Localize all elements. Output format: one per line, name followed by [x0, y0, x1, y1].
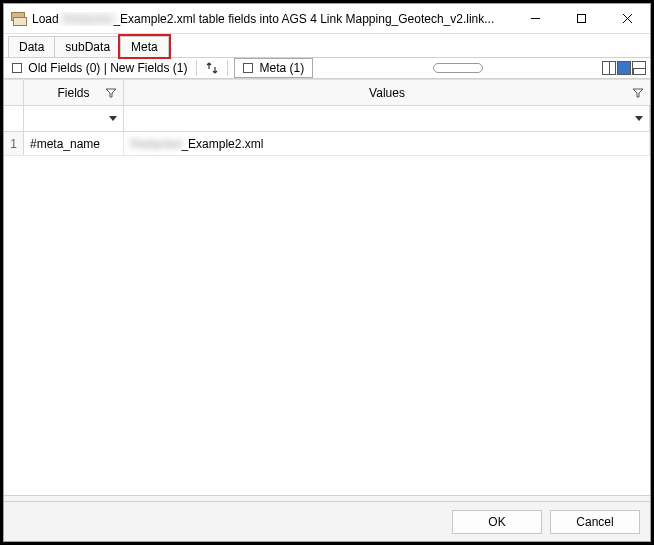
row-header-blank: [4, 106, 24, 131]
close-button[interactable]: [604, 4, 650, 33]
grid-header-row: Fields Values: [4, 80, 650, 106]
filter-icon[interactable]: [632, 87, 644, 99]
maximize-icon: [576, 13, 587, 24]
swap-icon: [205, 61, 219, 75]
layout-split-v-button[interactable]: [632, 61, 646, 75]
column-header-fields[interactable]: Fields: [24, 80, 124, 105]
tab-subdata[interactable]: subData: [54, 36, 121, 57]
column-header-values[interactable]: Values: [124, 80, 650, 105]
toolbar: Old Fields (0) | New Fields (1) Meta (1): [4, 57, 650, 79]
main-tabs: Data subData Meta: [4, 34, 650, 57]
sub-tab-meta-label: Meta (1): [260, 61, 305, 75]
close-icon: [622, 13, 633, 24]
toolbar-divider: [196, 60, 197, 76]
title-prefix: Load: [32, 12, 62, 26]
old-fields-label: Old Fields (0): [28, 61, 100, 75]
toolbar-divider-2: [227, 60, 228, 76]
row-header-corner: [4, 80, 24, 105]
swap-button[interactable]: [199, 61, 225, 75]
layout-toggles: [602, 61, 648, 75]
grid-body: 1 #meta_name Redacted_Example2.xml: [4, 132, 650, 495]
sub-tab-meta[interactable]: Meta (1): [234, 58, 314, 78]
dropdown-icon: [635, 116, 643, 121]
column-header-fields-label: Fields: [57, 86, 89, 100]
title-suffix: _Example2.xml table fields into AGS 4 Li…: [113, 12, 494, 26]
checkbox-icon[interactable]: [12, 63, 22, 73]
content-area: Data subData Meta Old Fields (0) | New F…: [4, 34, 650, 541]
svg-rect-1: [577, 15, 585, 23]
fields-summary: Old Fields (0) | New Fields (1): [6, 61, 194, 75]
dropdown-icon: [109, 116, 117, 121]
layout-split-h-button[interactable]: [602, 61, 616, 75]
checkbox-icon[interactable]: [243, 63, 253, 73]
footer: OK Cancel: [4, 501, 650, 541]
tab-data[interactable]: Data: [8, 36, 55, 57]
data-grid: Fields Values 1: [4, 79, 650, 495]
cell-value-redacted: Redacted: [130, 137, 181, 151]
filter-values-cell[interactable]: [124, 106, 650, 131]
minimize-button[interactable]: [512, 4, 558, 33]
filter-fields-cell[interactable]: [24, 106, 124, 131]
toolbar-spacer: [313, 63, 602, 73]
grip-handle[interactable]: [433, 63, 483, 73]
minimize-icon: [530, 13, 541, 24]
title-redacted: Redacted: [62, 12, 113, 26]
new-fields-label: New Fields (1): [110, 61, 187, 75]
window: Load Redacted_Example2.xml table fields …: [3, 3, 651, 542]
cell-value-suffix: _Example2.xml: [181, 137, 263, 151]
table-row[interactable]: 1 #meta_name Redacted_Example2.xml: [4, 132, 650, 156]
row-number-cell: 1: [4, 132, 24, 155]
cancel-button[interactable]: Cancel: [550, 510, 640, 534]
cell-field[interactable]: #meta_name: [24, 132, 124, 155]
grid-filter-row: [4, 106, 650, 132]
cell-value[interactable]: Redacted_Example2.xml: [124, 132, 650, 155]
column-header-values-label: Values: [369, 86, 405, 100]
filter-icon[interactable]: [105, 87, 117, 99]
tab-meta[interactable]: Meta: [120, 36, 169, 57]
maximize-button[interactable]: [558, 4, 604, 33]
layout-single-button[interactable]: [617, 61, 631, 75]
titlebar-buttons: [512, 4, 650, 33]
fields-separator: |: [100, 61, 110, 75]
titlebar: Load Redacted_Example2.xml table fields …: [4, 4, 650, 34]
app-icon: [10, 11, 26, 27]
window-title: Load Redacted_Example2.xml table fields …: [32, 12, 512, 26]
ok-button[interactable]: OK: [452, 510, 542, 534]
